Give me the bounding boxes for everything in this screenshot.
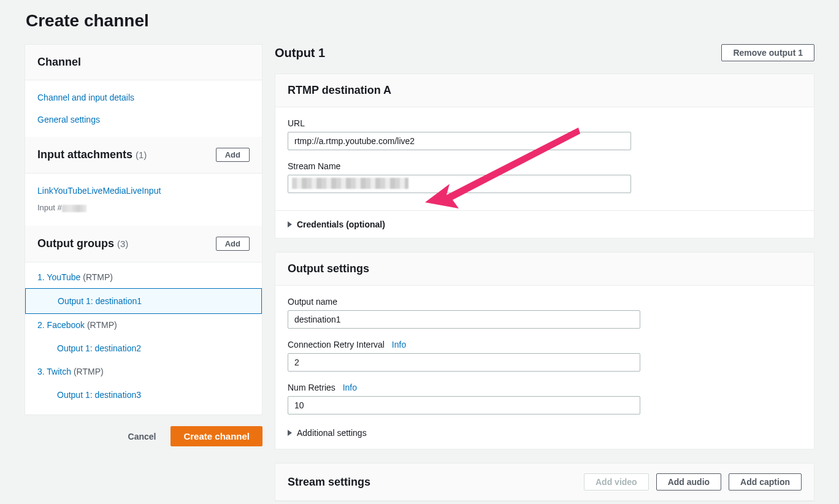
rtmp-panel-title: RTMP destination A: [288, 84, 391, 97]
og-name: YouTube: [47, 272, 80, 282]
add-video-button: Add video: [584, 473, 649, 491]
output-name-label: Output name: [288, 297, 802, 307]
og-number: 3.: [37, 367, 45, 376]
sidebar-input-link[interactable]: LinkYouTubeLiveMediaLiveInput: [25, 180, 262, 202]
sidebar-output-groups-title: Output groups: [37, 237, 114, 250]
credentials-label: Credentials (optional): [297, 220, 385, 229]
sidebar-channel-header: Channel: [25, 45, 262, 80]
output-settings-title: Output settings: [288, 262, 369, 275]
add-input-attachment-button[interactable]: Add: [216, 148, 250, 162]
sidebar-input-prefix: Input #: [37, 203, 62, 212]
num-retries-label: Num Retries Info: [288, 383, 802, 392]
og-number: 1.: [37, 272, 45, 282]
og-name: Facebook: [47, 320, 85, 330]
num-retries-input[interactable]: [288, 396, 640, 414]
output-group-youtube[interactable]: 1. YouTube (RTMP): [25, 266, 262, 288]
url-input[interactable]: [288, 132, 631, 150]
output-settings-panel: Output settings Output name Connection R…: [275, 252, 814, 449]
stream-settings-title: Stream settings: [288, 476, 370, 489]
url-label: URL: [288, 118, 802, 128]
sidebar-input-attachments-header: Input attachments (1) Add: [25, 137, 262, 174]
output-heading: Output 1: [275, 46, 325, 60]
retry-interval-label: Connection Retry Interval Info: [288, 340, 802, 349]
cancel-button[interactable]: Cancel: [118, 426, 166, 446]
output-group-twitch[interactable]: 3. Twitch (RTMP): [25, 361, 262, 383]
add-caption-button[interactable]: Add caption: [729, 473, 802, 491]
chevron-right-icon: [288, 430, 292, 436]
retry-interval-input[interactable]: [288, 353, 640, 372]
sidebar-output-groups-header: Output groups (3) Add: [25, 226, 262, 262]
retry-info-link[interactable]: Info: [392, 340, 406, 349]
stream-name-input[interactable]: [288, 175, 631, 193]
output-group-facebook[interactable]: 2. Facebook (RTMP): [25, 314, 262, 336]
sidebar-output-groups-count: (3): [117, 239, 128, 249]
create-channel-button[interactable]: Create channel: [170, 426, 262, 446]
add-audio-button[interactable]: Add audio: [656, 473, 721, 491]
blurred-stream-value: [292, 178, 408, 189]
output-name-input[interactable]: [288, 310, 640, 329]
og-number: 2.: [37, 320, 45, 330]
og-type: (RTMP): [83, 272, 113, 282]
stream-settings-header: Stream settings Add video Add audio Add …: [275, 464, 814, 501]
additional-settings-label: Additional settings: [297, 428, 367, 438]
chevron-right-icon: [288, 221, 292, 227]
output-destination3[interactable]: Output 1: destination3: [25, 383, 262, 407]
blurred-input-id: [62, 205, 86, 212]
rtmp-destination-panel: RTMP destination A URL Stream Name Crede…: [275, 74, 814, 239]
stream-name-label: Stream Name: [288, 161, 802, 171]
output-settings-header: Output settings: [275, 253, 814, 286]
retry-interval-text: Connection Retry Interval: [288, 340, 385, 349]
credentials-expander[interactable]: Credentials (optional): [275, 210, 814, 238]
additional-settings-expander[interactable]: Additional settings: [288, 426, 802, 443]
output-destination1[interactable]: Output 1: destination1: [25, 288, 262, 314]
og-type: (RTMP): [74, 367, 104, 376]
main-content: Output 1 Remove output 1 RTMP destinatio…: [275, 44, 814, 502]
remove-output-button[interactable]: Remove output 1: [721, 44, 814, 61]
num-retries-text: Num Retries: [288, 383, 335, 392]
sidebar-link-general-settings[interactable]: General settings: [25, 109, 262, 131]
sidebar-input-attachments-title: Input attachments: [37, 148, 132, 161]
sidebar-channel-title: Channel: [37, 56, 81, 69]
rtmp-panel-header: RTMP destination A: [275, 74, 814, 107]
og-name: Twitch: [47, 367, 71, 376]
sidebar-input-attachments-count: (1): [136, 150, 147, 160]
og-type: (RTMP): [87, 320, 117, 330]
add-output-group-button[interactable]: Add: [216, 237, 250, 251]
num-retries-info-link[interactable]: Info: [343, 383, 357, 392]
page-title: Create channel: [26, 0, 814, 44]
output-destination2[interactable]: Output 1: destination2: [25, 336, 262, 361]
sidebar: Channel Channel and input details Genera…: [25, 44, 262, 446]
sidebar-input-subtext: Input #: [25, 202, 262, 220]
sidebar-link-channel-details[interactable]: Channel and input details: [25, 86, 262, 109]
stream-settings-panel: Stream settings Add video Add audio Add …: [275, 463, 814, 502]
